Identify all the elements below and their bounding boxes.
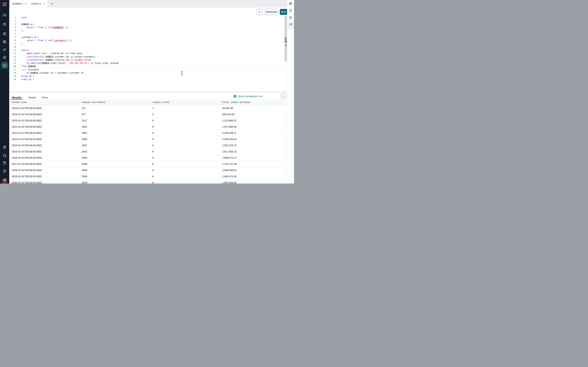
scrollbar-thumb[interactable] xyxy=(285,37,287,42)
column-header[interactable]: UNIQUE_CITIES xyxy=(152,101,222,104)
table-cell: 2019-01-01T00:00:00.000Z xyxy=(12,113,82,116)
tab-chart[interactable]: Chart xyxy=(42,92,48,99)
table-cell: 2,808,539.01 xyxy=(222,169,287,172)
code-token: ref xyxy=(48,39,52,42)
avatar xyxy=(2,178,7,183)
code-token: .location_id xyxy=(53,59,68,61)
sidebar-item-archive[interactable] xyxy=(0,22,9,26)
sidebar-item-grid[interactable] xyxy=(0,32,9,36)
code-line: 8 select * from {{ ref('customers') }} xyxy=(9,39,287,42)
right-sidebar-item-ai-chat[interactable] xyxy=(287,23,294,26)
line-number: 19 xyxy=(9,75,16,78)
code-token: ) xyxy=(21,42,23,45)
table-cell: 2902 xyxy=(82,132,152,134)
terminal-icon xyxy=(3,63,7,67)
tab-results[interactable]: Results xyxy=(11,92,23,100)
code-token: orders xyxy=(28,65,35,67)
line-number: 13 xyxy=(9,55,16,58)
run-button[interactable]: Run xyxy=(280,9,287,15)
code-line: 4 select * from {{ ref('orders') }} xyxy=(9,26,287,29)
table-row: 2028-01-01T00:00:00.000Z294962,808,539.0… xyxy=(9,167,287,173)
code-token: ), xyxy=(64,62,67,64)
table-cell: 221 xyxy=(82,107,152,109)
table-cell: 6 xyxy=(152,132,222,134)
close-icon[interactable]: ✕ xyxy=(25,2,27,5)
code-token: count xyxy=(27,56,33,58)
column-header[interactable]: TOTAL_ORDER_REVENUE xyxy=(222,101,287,104)
bookmark-button[interactable]: Bookmark xyxy=(264,9,278,15)
new-tab-button[interactable]: + xyxy=(51,0,53,8)
code-token: with xyxy=(21,17,26,19)
close-icon[interactable]: ✕ xyxy=(43,2,45,5)
code-token: ) xyxy=(63,52,64,55)
check-circle-icon xyxy=(233,95,236,98)
app-window: Untitled 1 ✕ Untitled 1 ✕ + ••• Bookmark… xyxy=(0,0,294,184)
column-header[interactable]: UNIQUE_CUSTOMERS xyxy=(82,101,152,104)
sidebar-item-windows[interactable] xyxy=(0,48,9,52)
tab-untitled-1[interactable]: Untitled 1 ✕ xyxy=(10,0,28,8)
table-cell: 44,442.65 xyxy=(222,107,287,109)
indent-guide xyxy=(21,61,27,65)
sidebar-item-headset[interactable] xyxy=(0,153,9,157)
table-row: 2030-01-01T00:00:00.000Z287961,841,049.3… xyxy=(9,180,287,184)
code-token: sum xyxy=(37,62,41,64)
more-options-button[interactable]: ••• xyxy=(257,9,263,15)
code-token: customers xyxy=(26,68,39,71)
code-token: distinct xyxy=(34,56,44,58)
code-token xyxy=(33,36,34,39)
sidebar-item-code-window[interactable] xyxy=(0,40,9,44)
code-token: distinct xyxy=(34,59,44,61)
line-number: 1 xyxy=(9,16,16,19)
table-cell: 6 xyxy=(152,175,222,178)
code-token: {{ xyxy=(44,39,47,42)
code-token: {{ xyxy=(44,26,47,29)
sidebar-item-building[interactable] xyxy=(0,169,9,173)
code-token: 'orders' xyxy=(53,26,63,29)
code-token: ( xyxy=(33,23,35,25)
table-cell: 6 xyxy=(152,144,222,147)
grid-icon xyxy=(3,32,7,36)
code-line: 2 xyxy=(9,19,287,23)
table-row: 2024-01-01T00:00:00.000Z292762,551,076.7… xyxy=(9,142,287,149)
line-number: 18 xyxy=(9,71,16,75)
table-body[interactable]: 2018-01-01T00:00:00.000Z221144,442.65201… xyxy=(9,105,287,184)
sql-code-editor[interactable]: 1with23orders as (4 select * from {{ ref… xyxy=(9,16,287,91)
column-header[interactable]: ORDER_YEAR xyxy=(12,101,82,104)
results-more-button[interactable]: ••• xyxy=(281,93,286,99)
code-line: 15 to_char(sum(orders.order_total), '999… xyxy=(9,61,287,65)
code-token: .order_total xyxy=(49,62,64,64)
sidebar-item-clipboard[interactable] xyxy=(0,145,9,149)
code-token: orders xyxy=(45,59,53,61)
right-sidebar-item-history[interactable] xyxy=(287,16,294,19)
code-token xyxy=(34,26,35,29)
sidebar-item-compass[interactable] xyxy=(0,56,9,59)
code-token: ( xyxy=(35,62,37,64)
code-token: order by xyxy=(21,78,32,81)
editor-scrollbar[interactable] xyxy=(285,16,287,61)
table-cell: 4 xyxy=(152,119,222,122)
line-number: 15 xyxy=(9,61,16,65)
code-token: date_trunc xyxy=(27,52,39,55)
line-number: 6 xyxy=(9,32,16,35)
code-token xyxy=(47,39,48,42)
sidebar-item-book[interactable] xyxy=(0,161,9,165)
code-line: 14 count(distinct orders.location_id) as… xyxy=(9,58,287,61)
table-row: 2026-01-01T00:00:00.000Z294462,690,570.7… xyxy=(9,155,287,161)
user-avatar[interactable] xyxy=(0,178,9,183)
app-logo[interactable] xyxy=(0,2,9,7)
right-sidebar-item-compass[interactable] xyxy=(287,2,294,5)
sidebar-item-terminal[interactable] xyxy=(0,62,9,69)
line-number: 3 xyxy=(9,23,16,26)
tab-details[interactable]: Details xyxy=(28,92,36,99)
right-sidebar-item-bookmark[interactable] xyxy=(287,9,294,12)
sidebar-item-home[interactable] xyxy=(0,13,9,17)
code-line: 11select xyxy=(9,49,287,52)
table-cell: 6 xyxy=(152,156,222,159)
code-token: ), xyxy=(21,29,24,32)
table-cell: 2,690,570.72 xyxy=(222,156,287,159)
code-line: 13 count(distinct orders.customer_id) as… xyxy=(9,55,287,58)
table-cell: 6 xyxy=(152,163,222,165)
bookmark-icon xyxy=(289,9,292,12)
tab-untitled-1-active[interactable]: Untitled 1 ✕ xyxy=(28,0,48,8)
code-token: '999,999,999.00' xyxy=(68,62,88,64)
